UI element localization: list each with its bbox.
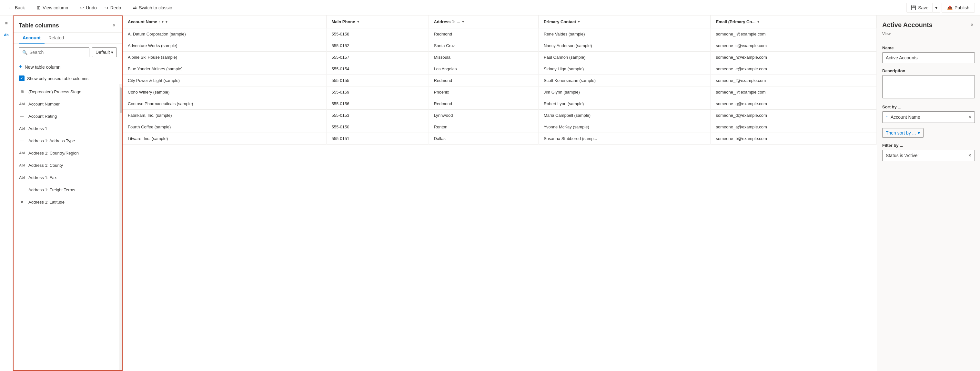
filter-icon[interactable]: ▾: [357, 20, 359, 24]
undo-icon: ↩: [80, 5, 84, 10]
save-dropdown-button[interactable]: ▾: [932, 3, 940, 13]
right-panel-header: Active Accounts ×: [877, 16, 980, 32]
redo-icon: ↪: [105, 5, 108, 10]
hamburger-icon: ≡: [5, 21, 8, 26]
column-item[interactable]: AblAccount Number: [14, 98, 122, 110]
right-panel-close-button[interactable]: ×: [969, 21, 975, 29]
table-row[interactable]: Blue Yonder Airlines (sample)555-0154Los…: [123, 63, 877, 75]
sort-desc-icon[interactable]: ▾: [162, 20, 164, 24]
chevron-down-icon: ▾: [918, 131, 920, 135]
column-item[interactable]: AblAddress 1: Fax: [14, 171, 122, 183]
panel-header: Table columns ×: [14, 16, 122, 33]
search-input[interactable]: [29, 50, 86, 55]
cell-account: Contoso Pharmaceuticals (sample): [123, 98, 326, 110]
cell-email: someone_e@example.com: [711, 63, 877, 75]
save-button[interactable]: 💾 Save: [907, 3, 932, 13]
sort-asc-icon[interactable]: ↑: [158, 20, 161, 24]
panel-close-button[interactable]: ×: [111, 21, 117, 30]
column-item[interactable]: AblAddress 1: Country/Region: [14, 147, 122, 159]
column-name: (Deprecated) Process Stage: [29, 89, 81, 94]
column-item[interactable]: AblAddress 1: County: [14, 159, 122, 171]
sort-by-label: Sort by ...: [882, 105, 975, 109]
scrollbar-track: [119, 84, 122, 370]
tab-related[interactable]: Related: [45, 33, 68, 43]
data-table: Account Name↑▾▾Main Phone▾Address 1: ...…: [123, 16, 877, 145]
cell-address: Los Angeles: [428, 63, 538, 75]
show-unused-checkbox[interactable]: ✓: [19, 75, 24, 81]
divider-3: [127, 4, 127, 12]
column-item[interactable]: —Address 1: Freight Terms: [14, 183, 122, 196]
table-row[interactable]: Fourth Coffee (sample)555-0150RentonYvon…: [123, 121, 877, 133]
cell-account: Fabrikam, Inc. (sample): [123, 110, 326, 121]
new-column-button[interactable]: + New table column: [14, 61, 122, 73]
column-item[interactable]: #Address 1: Latitude: [14, 196, 122, 208]
show-unused-row[interactable]: ✓ Show only unused table columns: [14, 73, 122, 84]
text-icon-button[interactable]: Ab: [1, 30, 12, 40]
cell-email: someone_h@example.com: [711, 52, 877, 63]
view-column-button[interactable]: ⊞ View column: [33, 3, 71, 12]
filter-item-text: Status is 'Active': [886, 153, 966, 158]
column-type-icon: Abl: [19, 101, 25, 107]
search-row: 🔍 Default ▾: [14, 43, 122, 61]
right-panel-body: Name Description Sort by ... ↑ Account N…: [877, 40, 980, 166]
switch-classic-button[interactable]: ⇄ Switch to classic: [130, 3, 175, 12]
cell-contact: Yvonne McKay (sample): [538, 121, 710, 133]
table-area: Account Name↑▾▾Main Phone▾Address 1: ...…: [123, 16, 877, 371]
filter-icon[interactable]: ▾: [462, 20, 464, 24]
column-item[interactable]: ⊞(Deprecated) Process Stage: [14, 86, 122, 98]
table-row[interactable]: Adventure Works (sample)555-0152Santa Cr…: [123, 40, 877, 52]
table-row[interactable]: Alpine Ski House (sample)555-0157Missoul…: [123, 52, 877, 63]
cell-email: someone_j@example.com: [711, 86, 877, 98]
publish-button[interactable]: 📤 Publish: [942, 3, 975, 13]
filter-remove-button[interactable]: ×: [968, 153, 971, 158]
sort-item: ↑ Account Name ×: [882, 111, 975, 123]
scrollbar-thumb[interactable]: [120, 88, 122, 113]
filter-icon[interactable]: ▾: [757, 20, 759, 24]
column-name: Account Rating: [29, 114, 57, 119]
topbar: ← Back ⊞ View column ↩ Undo ↪ Redo ⇄ Swi…: [0, 0, 980, 16]
save-icon: 💾: [911, 5, 916, 10]
table-row[interactable]: A. Datum Corporation (sample)555-0158Red…: [123, 29, 877, 40]
chevron-down-icon: ▾: [935, 5, 937, 10]
cell-contact: Sidney Higa (sample): [538, 63, 710, 75]
hamburger-menu-button[interactable]: ≡: [1, 18, 12, 29]
header-label: Primary Contact: [544, 19, 576, 24]
tab-account[interactable]: Account: [19, 33, 45, 43]
default-dropdown-button[interactable]: Default ▾: [92, 48, 117, 57]
cell-email: someone_g@example.com: [711, 98, 877, 110]
cell-contact: Rene Valdes (sample): [538, 29, 710, 40]
table-row[interactable]: Coho Winery (sample)555-0159PhoenixJim G…: [123, 86, 877, 98]
publish-icon: 📤: [947, 5, 953, 10]
column-item[interactable]: —Address 1: Address Type: [14, 135, 122, 147]
cell-address: Renton: [428, 121, 538, 133]
filter-icon[interactable]: ▾: [165, 20, 167, 24]
column-type-icon: Abl: [19, 150, 25, 156]
cell-contact: Susanna Stubberod (samp...: [538, 133, 710, 145]
column-type-icon: —: [19, 113, 25, 119]
table-row[interactable]: Contoso Pharmaceuticals (sample)555-0156…: [123, 98, 877, 110]
header-label: Main Phone: [332, 19, 355, 24]
filter-icon[interactable]: ▾: [578, 20, 580, 24]
main-layout: ≡ Ab Table columns × Account Related 🔍 D…: [0, 16, 980, 371]
cell-phone: 555-0154: [326, 63, 428, 75]
name-label: Name: [882, 46, 975, 50]
cell-email: someone_i@example.com: [711, 29, 877, 40]
cell-contact: Scott Konersmann (sample): [538, 75, 710, 86]
redo-button[interactable]: ↪ Redo: [101, 3, 124, 12]
column-item[interactable]: AblAddress 1: [14, 122, 122, 135]
back-button[interactable]: ← Back: [5, 3, 28, 12]
description-textarea[interactable]: [882, 75, 975, 99]
header-row: Account Name↑▾▾Main Phone▾Address 1: ...…: [123, 16, 877, 29]
divider-2: [74, 4, 74, 12]
cell-phone: 555-0159: [326, 86, 428, 98]
undo-button[interactable]: ↩ Undo: [77, 3, 100, 12]
table-row[interactable]: City Power & Light (sample)555-0155Redmo…: [123, 75, 877, 86]
sort-remove-button[interactable]: ×: [968, 114, 971, 120]
name-input[interactable]: [882, 52, 975, 63]
table-row[interactable]: Fabrikam, Inc. (sample)555-0153LynnwoodM…: [123, 110, 877, 121]
header-label: Email (Primary Co...: [716, 19, 756, 24]
table-body: A. Datum Corporation (sample)555-0158Red…: [123, 29, 877, 145]
then-sort-button[interactable]: Then sort by ... ▾: [882, 128, 924, 138]
table-row[interactable]: Litware, Inc. (sample)555-0151DallasSusa…: [123, 133, 877, 145]
column-item[interactable]: —Account Rating: [14, 110, 122, 122]
